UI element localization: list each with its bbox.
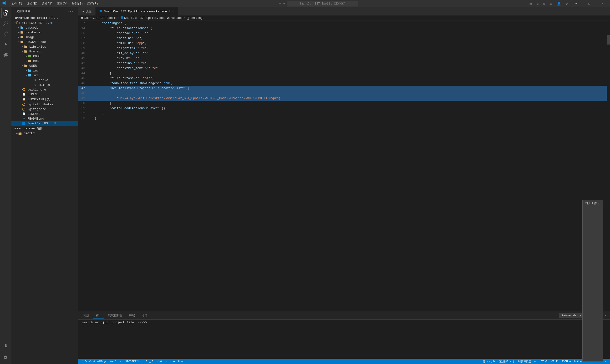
menu-edit[interactable]: 编辑(E) bbox=[25, 1, 39, 6]
tree-label-mdk: MDK bbox=[33, 59, 39, 63]
breadcrumb-part2[interactable]: SmartCar_BST_Epoilt.code-workspace bbox=[124, 16, 182, 20]
tree-label-src: src bbox=[33, 74, 39, 77]
layout-icon[interactable]: ▤ bbox=[528, 2, 533, 6]
menu-select[interactable]: 选择(S) bbox=[40, 1, 54, 6]
status-sync[interactable]: ↻ bbox=[118, 359, 123, 364]
warning-count: 0 bbox=[152, 360, 154, 363]
open-workspace-button[interactable]: 打开工作区 bbox=[582, 200, 603, 359]
panel-tab-output[interactable]: 输出 bbox=[93, 312, 104, 318]
panel-tab-problems[interactable]: 问题 bbox=[80, 312, 92, 318]
activity-run[interactable] bbox=[1, 39, 11, 49]
menu-more[interactable]: ··· bbox=[101, 1, 110, 6]
tree-item-license1[interactable]: 📄 LICENSE bbox=[12, 92, 78, 97]
tree-item-hardware[interactable]: ▶ Hardware bbox=[12, 30, 78, 35]
tree-item-gitignore1[interactable]: g .gitignore bbox=[12, 87, 78, 92]
tree-item-workspace[interactable]: SmartCar_BS... M bbox=[12, 121, 78, 126]
tree-item-gitattributes[interactable]: .gitattributes bbox=[12, 102, 78, 107]
tree-item-mdk[interactable]: ▶ MDK bbox=[12, 59, 78, 63]
status-errors[interactable]: ✕ 0 △ 0 bbox=[141, 359, 155, 364]
tree-item-readme[interactable]: M README.md bbox=[12, 116, 78, 121]
file-icon-gitattributes bbox=[22, 103, 26, 106]
tree-item-isr[interactable]: C isr.c bbox=[12, 78, 78, 82]
breadcrumb-part1[interactable]: SmartCar_BST_Epoilt bbox=[84, 16, 117, 20]
diff-gutter-50 bbox=[89, 101, 94, 106]
line-num-46: 46 bbox=[78, 81, 89, 86]
activity-explorer[interactable] bbox=[1, 8, 11, 18]
scrollbar-thumb[interactable] bbox=[607, 35, 610, 45]
menu-run[interactable]: 运行(R) bbox=[85, 1, 100, 6]
tree-item-project[interactable]: ▾ Project bbox=[12, 49, 78, 54]
editor-line-46: 46 "todo-tree.tree.showBadges": true, bbox=[78, 81, 607, 86]
status-liveshare-count[interactable]: ⟲ 0 bbox=[155, 359, 164, 364]
status-branch[interactable]: ⑂ DevControlMigration* bbox=[80, 359, 118, 364]
window-controls: ▤ ⊟ ⊞ ⊠ 👤 ⚙ — ❐ ✕ bbox=[528, 0, 608, 7]
activity-source-control[interactable] bbox=[1, 29, 11, 39]
layout2-icon[interactable]: ⊟ bbox=[535, 2, 540, 6]
tree-label-user: USER bbox=[29, 64, 37, 68]
panel-tab-ports[interactable]: 端口 bbox=[139, 312, 150, 318]
panel-dropdown[interactable]: keil-vscode bbox=[559, 313, 582, 318]
keil-section-header[interactable]: ▾ KEIL UVISION 项目 bbox=[12, 126, 78, 131]
tree-item-license2[interactable]: 📄 LICENSE bbox=[12, 112, 78, 116]
breadcrumb-part3[interactable]: settings bbox=[190, 16, 204, 20]
diff-gutter-52 bbox=[89, 111, 94, 116]
activity-extensions[interactable] bbox=[1, 50, 11, 60]
editor-line-36: 36 "obstacle.h" : "c", bbox=[78, 31, 607, 36]
tree-item-code[interactable]: ▶ CODE bbox=[12, 54, 78, 59]
breadcrumb-settings-icon: {} bbox=[186, 16, 189, 20]
activity-settings[interactable] bbox=[1, 352, 11, 362]
tree-item-vscode[interactable]: ▶ .vscode bbox=[12, 25, 78, 30]
status-spaces[interactable]: 制表符长度: 4 bbox=[516, 359, 538, 364]
scrollbar-track[interactable] bbox=[607, 21, 610, 311]
status-liveshare[interactable]: Live Share bbox=[164, 359, 187, 364]
layout4-icon[interactable]: ⊠ bbox=[548, 2, 553, 6]
restore-button[interactable]: ❐ bbox=[584, 0, 595, 7]
status-stc32f[interactable]: STC32F12K bbox=[123, 359, 141, 364]
nav-forward[interactable]: → bbox=[283, 2, 285, 5]
editor-scrollable[interactable]: 7 "settings": { 14 "files.associations":… bbox=[78, 21, 607, 311]
status-lineending[interactable]: CRLF bbox=[549, 359, 559, 364]
tab-settings[interactable]: ⚙ 设置 bbox=[78, 7, 96, 15]
close-button[interactable]: ✕ bbox=[597, 0, 608, 7]
activity-search[interactable] bbox=[1, 19, 11, 28]
workspace-search[interactable]: SmartCar_BST_Epoilt (工作区) bbox=[287, 1, 358, 6]
menu-file[interactable]: 文件(F) bbox=[10, 1, 24, 6]
tree-item-stc32f[interactable]: ▾ STC32F_Code bbox=[12, 39, 78, 44]
minimize-button[interactable]: — bbox=[571, 0, 582, 7]
tab-close-button[interactable]: ✕ bbox=[172, 10, 174, 13]
tree-item-src[interactable]: ▾ src bbox=[12, 73, 78, 78]
status-encoding[interactable]: UTF-8 bbox=[538, 359, 549, 364]
activity-account[interactable] bbox=[1, 341, 11, 351]
tree-item-image[interactable]: ▶ image bbox=[12, 35, 78, 39]
chevron-hardware: ▶ bbox=[18, 31, 20, 34]
menu-view[interactable]: 查看(V) bbox=[55, 1, 70, 6]
editor-line-52: 52 } bbox=[78, 111, 607, 116]
status-position[interactable]: 行 47，列 1(已选择147) bbox=[481, 359, 516, 364]
tab-workspace[interactable]: SmartCar_BST_Epoilt.code-workspace M ✕ bbox=[96, 7, 178, 15]
menu-goto[interactable]: 转到(G) bbox=[70, 1, 85, 6]
menu-bar[interactable]: 文件(F) 编辑(E) 选择(S) 查看(V) 转到(G) 运行(R) ··· bbox=[10, 1, 109, 6]
gear-icon[interactable]: ⚙ bbox=[564, 2, 569, 6]
folder-icon-project bbox=[24, 50, 28, 53]
nav-back[interactable]: ← bbox=[280, 2, 281, 5]
layout3-icon[interactable]: ⊞ bbox=[542, 2, 547, 6]
tree-item-main[interactable]: C main.c bbox=[12, 82, 78, 87]
tree-item-epoilt[interactable]: ▶ EPOILT bbox=[12, 131, 78, 136]
panel-tab-terminal[interactable]: 终端 bbox=[126, 312, 138, 318]
tree-item-libraries[interactable]: ▶ Libraries bbox=[12, 44, 78, 49]
project-section-header[interactable]: ▾ SMARTCAR_BST_EPOILT (工... bbox=[12, 15, 78, 21]
activity-bar bbox=[0, 7, 12, 364]
breadcrumb-sep2: > bbox=[183, 16, 185, 20]
tree-label-epoilt: EPOILT bbox=[24, 132, 35, 135]
panel-tab-debug[interactable]: 调试控制台 bbox=[105, 312, 125, 318]
sidebar-more-icon[interactable]: ··· bbox=[68, 10, 73, 13]
account-icon[interactable]: 👤 bbox=[556, 2, 562, 6]
svg-rect-4 bbox=[22, 122, 25, 125]
panel-close-icon[interactable]: ✕ bbox=[604, 313, 608, 318]
tree-item-gitignore2[interactable]: .gitignore bbox=[12, 107, 78, 112]
tree-item-smartcar[interactable]: ▾ SmartCar_BST... bbox=[12, 21, 78, 25]
tree-item-user[interactable]: ▾ USER bbox=[12, 63, 78, 68]
line-num-37: 37 bbox=[78, 36, 89, 41]
tree-item-stc32f12k[interactable]: 📋 STC32F12K十九... bbox=[12, 97, 78, 102]
tree-item-inc[interactable]: ▶ inc bbox=[12, 68, 78, 73]
